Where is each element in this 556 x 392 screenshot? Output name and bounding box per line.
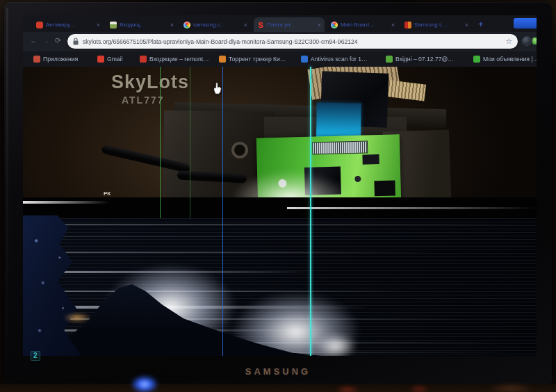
defect-line-green bbox=[190, 67, 190, 218]
lcd-damage-streak bbox=[23, 224, 537, 225]
tab-label: Samsung L… bbox=[414, 22, 462, 28]
bookmark-icon bbox=[140, 56, 147, 63]
browser-tab-strip: Антивиру…×Входящ…×samsung.c…×SПлата уп…×… bbox=[23, 15, 537, 32]
bookmark-item[interactable]: Gmail bbox=[97, 54, 122, 64]
small-ic-chip bbox=[362, 154, 379, 165]
bookmarks-bar: ПриложенияGmailВходящие – remont…Торрент… bbox=[23, 51, 537, 67]
board-connector bbox=[374, 181, 395, 197]
shield-red-tab-icon bbox=[36, 22, 43, 28]
desk-object bbox=[335, 386, 360, 392]
watermark-subtext: ATL777 bbox=[122, 95, 165, 106]
desk-object bbox=[486, 384, 535, 392]
lcd-damage-streak bbox=[287, 207, 537, 209]
fpc-connector bbox=[312, 141, 368, 155]
monitor-screen: Антивиру…×Входящ…×samsung.c…×SПлата уп…×… bbox=[23, 15, 537, 356]
bookmark-icon bbox=[301, 56, 308, 63]
tab-close-icon[interactable]: × bbox=[97, 22, 100, 28]
capacitor bbox=[354, 176, 361, 182]
bookmark-icon bbox=[33, 56, 40, 63]
back-icon[interactable]: ← bbox=[30, 36, 38, 44]
lcd-damage-streak bbox=[23, 201, 110, 204]
browser-toolbar: ← → ⟳ skylots.org/6566675105/Plata-uprav… bbox=[23, 32, 537, 51]
browser-tab[interactable]: Main Board…× bbox=[327, 17, 398, 32]
tab-label: Антивиру… bbox=[46, 22, 94, 28]
browser-tab[interactable]: Антивиру…× bbox=[33, 17, 104, 32]
bezel-badge: 2 bbox=[31, 351, 40, 361]
browser-tab[interactable]: Входящ…× bbox=[106, 17, 177, 32]
url-text: skylots.org/6566675105/Plata-upravleniya… bbox=[83, 38, 501, 45]
bookmark-star-icon[interactable]: ☆ bbox=[505, 37, 512, 46]
defect-line-cyan bbox=[310, 67, 311, 356]
bookmark-icon bbox=[219, 56, 226, 63]
bookmark-item[interactable]: Входящие – remont… bbox=[140, 54, 209, 64]
photo-corner-label: РК bbox=[104, 190, 111, 197]
tab-label: Плата уп… bbox=[267, 22, 315, 28]
folder-green-tab-icon bbox=[110, 22, 117, 28]
extension-icon[interactable] bbox=[532, 38, 537, 44]
tab-close-icon[interactable]: × bbox=[244, 22, 247, 28]
bookmark-icon bbox=[97, 56, 104, 63]
browser-tab[interactable]: samsung.c…× bbox=[180, 17, 251, 32]
samsung-monitor: Антивиру…×Входящ…×samsung.c…×SПлата уп…×… bbox=[4, 2, 552, 386]
bookmark-icon bbox=[386, 56, 393, 63]
bookmark-label: Входящие – remont… bbox=[149, 56, 209, 63]
backlight-bleed-glow bbox=[315, 334, 357, 356]
tab-close-icon[interactable]: × bbox=[318, 22, 321, 28]
profile-avatar[interactable] bbox=[522, 36, 532, 46]
samsung-logo: SAMSUNG bbox=[4, 366, 552, 377]
new-tab-button[interactable]: + bbox=[478, 19, 484, 29]
browser-tab[interactable]: Samsung L…× bbox=[401, 17, 472, 32]
browser-tab[interactable]: SПлата уп…× bbox=[254, 17, 325, 32]
window-control-blue[interactable] bbox=[514, 18, 537, 28]
bookmark-item[interactable]: Antivirus scan for 1… bbox=[301, 54, 368, 64]
lock-icon bbox=[73, 38, 79, 45]
mouse-cursor-hand-icon bbox=[213, 82, 222, 97]
bezel-reflection bbox=[6, 8, 8, 369]
lcd-damage-warm-spot bbox=[63, 313, 91, 322]
tab-close-icon[interactable]: × bbox=[391, 22, 395, 28]
reload-icon[interactable]: ⟳ bbox=[55, 36, 61, 45]
bookmark-label: Торрент трекер Ки… bbox=[229, 56, 286, 63]
defect-line-blue bbox=[222, 67, 223, 356]
bookmark-label: Gmail bbox=[107, 56, 122, 63]
watermark-text: SkyLots bbox=[111, 72, 189, 93]
tab-label: samsung.c… bbox=[193, 22, 241, 28]
bookmark-item[interactable]: Приложения bbox=[33, 54, 78, 64]
bookmark-item[interactable]: Вхідні – 07.12.77@… bbox=[386, 54, 454, 64]
bookmark-label: Мои объявления |… bbox=[483, 56, 537, 63]
bookmark-item[interactable]: Мои объявления |… bbox=[473, 54, 537, 64]
bracket-screw-hole bbox=[231, 142, 248, 158]
tab-close-icon[interactable]: × bbox=[170, 22, 174, 28]
tab-label: Main Board… bbox=[341, 22, 389, 28]
lcd-damage-streak bbox=[23, 252, 440, 253]
squares-red-tab-icon bbox=[404, 22, 411, 28]
forward-icon[interactable]: → bbox=[42, 36, 50, 44]
blue-led-glow bbox=[131, 375, 158, 392]
lcd-damage-streak bbox=[23, 236, 537, 237]
defect-line-green bbox=[160, 67, 161, 218]
bookmark-label: Вхідні – 07.12.77@… bbox=[395, 56, 454, 63]
chrome-tab-icon bbox=[331, 22, 338, 28]
bookmark-item[interactable]: Торрент трекер Ки… bbox=[219, 54, 286, 64]
chrome-tab-icon bbox=[183, 22, 190, 28]
url-bar[interactable]: skylots.org/6566675105/Plata-upravleniya… bbox=[67, 34, 518, 49]
letter-s-tab-icon: S bbox=[257, 22, 264, 28]
tab-close-icon[interactable]: × bbox=[465, 22, 468, 28]
bookmark-icon bbox=[473, 56, 480, 63]
desk-surface bbox=[0, 384, 556, 392]
bookmark-label: Antivirus scan for 1… bbox=[311, 56, 368, 63]
tab-label: Входящ… bbox=[120, 22, 167, 28]
bookmark-label: Приложения bbox=[43, 56, 78, 63]
desk-object bbox=[409, 386, 430, 392]
